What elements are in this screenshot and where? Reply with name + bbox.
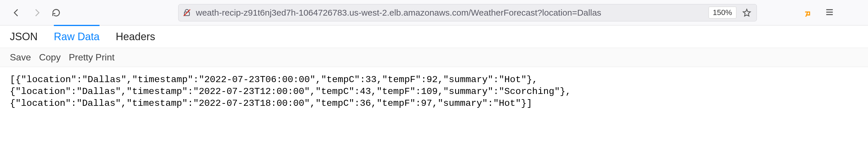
url-text: weath-recip-z91t6nj3ed7h-1064726783.us-w… xyxy=(196,8,705,17)
browser-toolbar: weath-recip-z91t6nj3ed7h-1064726783.us-w… xyxy=(0,0,868,26)
copy-button[interactable]: Copy xyxy=(39,52,61,63)
arrow-right-icon xyxy=(32,8,41,17)
raw-line: {"location":"Dallas","timestamp":"2022-0… xyxy=(10,86,571,97)
address-bar[interactable]: weath-recip-z91t6nj3ed7h-1064726783.us-w… xyxy=(178,4,757,22)
extension-icon[interactable]: ܡ xyxy=(804,7,810,17)
insecure-icon xyxy=(182,8,192,17)
pretty-print-button[interactable]: Pretty Print xyxy=(69,52,115,63)
raw-json-content: [{"location":"Dallas","timestamp":"2022-… xyxy=(0,67,868,116)
tab-json[interactable]: JSON xyxy=(10,26,38,48)
bookmark-button[interactable] xyxy=(740,6,753,19)
reload-button[interactable] xyxy=(48,5,64,21)
tab-raw-data[interactable]: Raw Data xyxy=(54,25,99,47)
arrow-left-icon xyxy=(12,8,22,17)
reload-icon xyxy=(51,8,61,17)
tab-headers[interactable]: Headers xyxy=(116,26,155,48)
hamburger-icon xyxy=(825,7,834,17)
zoom-badge[interactable]: 150% xyxy=(709,7,737,19)
json-viewer-tabs: JSON Raw Data Headers xyxy=(0,26,868,48)
forward-button[interactable] xyxy=(28,5,44,21)
json-viewer-actions: Save Copy Pretty Print xyxy=(0,48,868,67)
raw-line: {"location":"Dallas","timestamp":"2022-0… xyxy=(10,98,532,109)
toolbar-right: ܡ xyxy=(804,7,834,18)
raw-line: [{"location":"Dallas","timestamp":"2022-… xyxy=(10,74,537,85)
back-button[interactable] xyxy=(9,5,25,21)
star-icon xyxy=(742,8,751,17)
menu-button[interactable] xyxy=(825,7,834,18)
save-button[interactable]: Save xyxy=(10,52,31,63)
